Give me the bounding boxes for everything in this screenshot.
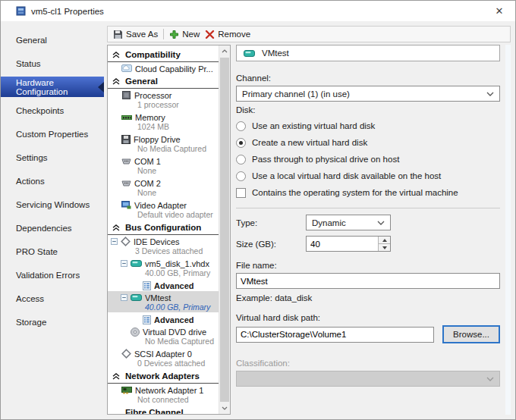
sidebar-item-status[interactable]: Status — [1, 52, 104, 75]
hardware-tree-list: Compatibility Cloud Capability Pr... Gen… — [108, 45, 219, 414]
size-row: Size (GB): — [236, 236, 500, 252]
radio-use-local-disk[interactable]: Use a local virtual hard disk available … — [236, 168, 500, 184]
classification-select — [236, 371, 500, 387]
collapse-chevron-icon — [112, 78, 120, 85]
tree-scrollbar[interactable] — [219, 45, 230, 414]
tree-section-fibre-channel-adapters[interactable]: Fibre Channel Adapters — [108, 406, 219, 414]
expander-icon[interactable] — [121, 260, 127, 267]
size-input[interactable] — [306, 236, 391, 252]
save-as-button[interactable]: Save As — [113, 30, 158, 39]
tree-item-video-adapter[interactable]: Video Adapter Default video adapter — [108, 199, 219, 220]
sidebar-item-storage[interactable]: Storage — [1, 310, 104, 334]
type-label: Type: — [236, 218, 306, 227]
tree-item-advanced-1[interactable]: Advanced — [108, 279, 219, 290]
tree-item-ide-devices[interactable]: IDE Devices 3 Devices attached — [108, 235, 219, 256]
tree-section-network-adapters[interactable]: Network Adapters — [108, 370, 219, 384]
sidebar-item-servicing-windows[interactable]: Servicing Windows — [1, 193, 104, 216]
sidebar-item-checkpoints[interactable]: Checkpoints — [1, 99, 104, 122]
tree-item-vmtest[interactable]: VMtest 40.00 GB, Primary — [108, 291, 219, 312]
os-checkbox-row[interactable]: Contains the operating system for the vi… — [236, 184, 500, 201]
tree-item-cloud-capability[interactable]: Cloud Capability Pr... — [108, 62, 219, 74]
tree-item-virtual-dvd-drive[interactable]: Virtual DVD drive No Media Captured — [108, 325, 219, 346]
radio-button-icon[interactable] — [236, 155, 246, 165]
new-button[interactable]: New — [169, 30, 200, 39]
radio-create-new-disk[interactable]: Create a new virtual hard disk — [236, 134, 500, 151]
tree-section-bus-configuration[interactable]: Bus Configuration — [108, 221, 219, 235]
close-button[interactable]: ✕ — [491, 5, 508, 17]
tree-section-compatibility[interactable]: Compatibility — [108, 49, 219, 62]
radio-use-existing-disk[interactable]: Use an existing virtual hard disk — [236, 118, 500, 134]
tree-item-advanced-2[interactable]: Advanced — [108, 313, 219, 324]
dvd-disc-icon — [131, 328, 140, 337]
sidebar: General Status Hardware Configuration Ch… — [1, 21, 104, 420]
content-area: Save As New Remove Compat — [104, 21, 515, 420]
sidebar-item-validation-errors[interactable]: Validation Errors — [1, 263, 104, 287]
checkbox-icon[interactable] — [236, 188, 246, 198]
vhd-path-input[interactable] — [236, 327, 434, 343]
memory-icon — [121, 114, 132, 121]
processor-icon — [121, 90, 131, 100]
expander-icon[interactable] — [111, 238, 118, 245]
scroll-down-icon[interactable] — [219, 403, 230, 414]
radio-pass-through[interactable]: Pass through to physical drive on host — [236, 151, 500, 168]
sidebar-item-general[interactable]: General — [1, 28, 104, 52]
floppy-drive-icon — [121, 135, 131, 144]
chevron-down-icon — [486, 92, 494, 96]
ide-devices-icon — [121, 237, 131, 246]
radio-button-icon[interactable] — [236, 171, 246, 181]
spin-down-button[interactable] — [379, 243, 390, 251]
save-icon — [113, 30, 123, 39]
properties-dialog: vm5-cl1 Properties ✕ General Status Hard… — [0, 0, 516, 420]
tree-section-general[interactable]: General — [108, 75, 219, 89]
tree-item-floppy-drive[interactable]: Floppy Drive No Media Captured — [108, 133, 219, 154]
browse-button[interactable]: Browse... — [442, 325, 500, 343]
radio-button-selected-icon[interactable] — [236, 138, 246, 148]
cloud-capability-icon — [121, 64, 132, 73]
section-divider — [236, 208, 500, 208]
triangle-up-icon — [382, 239, 387, 242]
sidebar-item-actions[interactable]: Actions — [1, 169, 104, 193]
tree-item-processor[interactable]: Processor 1 processor — [108, 89, 219, 110]
classification-label: Classification: — [236, 359, 500, 368]
tree-item-vm5-disk-1[interactable]: vm5_disk_1.vhdx 40.00 GB, Primary — [108, 257, 219, 278]
size-value-field[interactable] — [307, 237, 378, 251]
sidebar-item-custom-properties[interactable]: Custom Properties — [1, 122, 104, 146]
chevron-down-icon — [486, 377, 494, 381]
sidebar-item-access[interactable]: Access — [1, 287, 104, 310]
collapse-chevron-icon — [112, 373, 120, 380]
channel-select[interactable]: Primary channel (1) (in use) — [236, 86, 500, 102]
spin-up-button[interactable] — [379, 237, 390, 243]
tree-item-memory[interactable]: Memory 1024 MB — [108, 111, 219, 132]
remove-button[interactable]: Remove — [205, 30, 250, 39]
vhd-path-label: Virtual hard disk path: — [236, 313, 500, 322]
com-port-icon — [121, 180, 131, 187]
disk-label: Disk: — [236, 105, 500, 114]
remove-x-icon — [205, 30, 215, 39]
sidebar-item-pro-state[interactable]: PRO State — [1, 240, 104, 263]
toolbar: Save As New Remove — [107, 26, 511, 42]
virtual-disk-icon — [131, 260, 142, 267]
type-select[interactable]: Dynamic — [306, 215, 391, 230]
sidebar-item-settings[interactable]: Settings — [1, 146, 104, 169]
sidebar-item-dependencies[interactable]: Dependencies — [1, 216, 104, 240]
network-adapter-icon — [121, 386, 132, 394]
scroll-up-icon[interactable] — [219, 45, 230, 57]
detail-header: VMtest — [236, 45, 500, 61]
chevron-down-icon — [377, 221, 385, 225]
file-name-label: File name: — [236, 261, 500, 270]
scrollbar-thumb[interactable] — [220, 58, 229, 402]
tree-item-com1[interactable]: COM 1 None — [108, 155, 219, 176]
tree-item-scsi-adapter-0[interactable]: SCSI Adapter 0 0 Devices attached — [108, 347, 219, 368]
file-name-input[interactable] — [236, 273, 500, 289]
expander-icon[interactable] — [121, 294, 127, 301]
collapse-chevron-icon — [112, 52, 120, 58]
advanced-settings-icon — [143, 315, 151, 324]
radio-button-icon[interactable] — [236, 121, 246, 131]
virtual-disk-icon — [244, 50, 255, 57]
tree-item-com2[interactable]: COM 2 None — [108, 177, 219, 198]
vhd-path-row: Browse... — [236, 325, 500, 343]
sidebar-item-hardware-configuration[interactable]: Hardware Configuration — [1, 77, 104, 97]
tree-item-network-adapter-1[interactable]: Network Adapter 1 Not connected — [108, 384, 219, 405]
panels: Compatibility Cloud Capability Pr... Gen… — [107, 45, 511, 415]
title-bar: vm5-cl1 Properties ✕ — [1, 1, 515, 21]
